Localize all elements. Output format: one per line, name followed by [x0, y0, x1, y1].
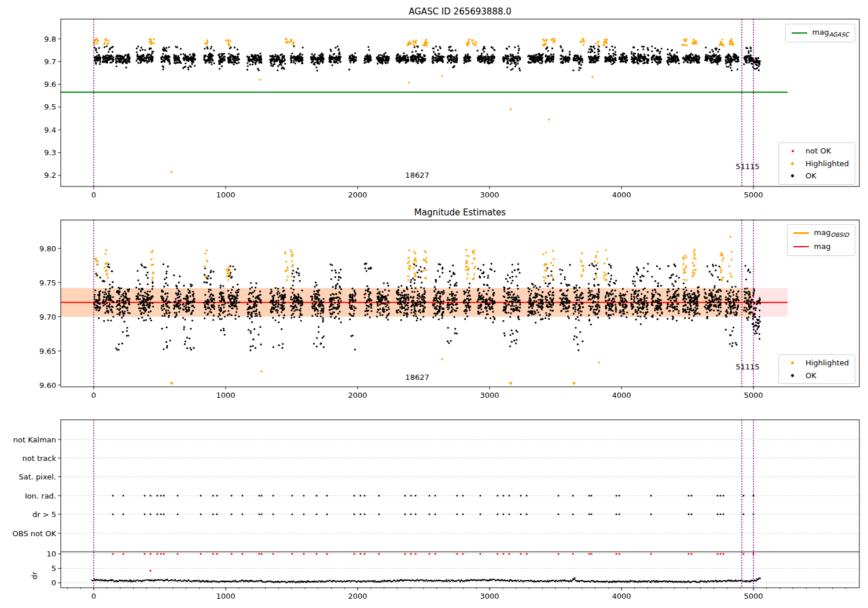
- marker-swatch: [785, 374, 800, 377]
- y-tick-label: 9.70: [39, 313, 56, 321]
- legend-point-status-middle: Highlighted OK: [778, 354, 855, 384]
- x-tick-label: 1000: [216, 391, 235, 400]
- obsid-label-18627-top: 18627: [405, 171, 429, 180]
- y-tick-label: 9.2: [44, 171, 56, 180]
- legend-label: OK: [806, 171, 816, 181]
- x-tick-label: 1000: [216, 592, 235, 600]
- x-tick-label: 5000: [744, 191, 763, 199]
- x-tick-label: 5000: [744, 592, 763, 600]
- plot-title-middle: Magnitude Estimates: [414, 207, 506, 218]
- category-label: Ion. rad.: [25, 492, 56, 500]
- x-tick-label: 2000: [348, 191, 367, 199]
- legend-label: mag: [814, 241, 831, 253]
- middle-plot-points: [61, 236, 788, 385]
- legend-item-mag: mag: [793, 241, 849, 253]
- x-tick-label: 1000: [216, 191, 235, 199]
- orange-dot-icon: [791, 162, 794, 165]
- bottom-plot-points: [61, 439, 859, 583]
- x-tick-label: 4000: [612, 191, 631, 199]
- dr-tick-label: 5: [52, 564, 56, 573]
- red-line-swatch: [793, 246, 809, 247]
- top-plot-points: [61, 38, 788, 173]
- legend-label: Highlighted: [806, 358, 849, 368]
- legend-label: Highlighted: [806, 159, 849, 169]
- category-label: not track: [22, 454, 56, 463]
- category-label: not Kalman: [13, 435, 56, 444]
- dr-tick-label: 10: [46, 550, 56, 558]
- x-tick-label: 0: [91, 191, 96, 199]
- plot-title-top: AGASC ID 265693888.0: [409, 6, 512, 17]
- obsid-label-51115-middle: 51115: [735, 362, 759, 371]
- category-label: OBS not OK: [13, 529, 57, 538]
- orange-line-swatch: [793, 232, 809, 234]
- y-tick-label: 9.60: [39, 381, 56, 390]
- x-tick-label: 5000: [744, 391, 763, 400]
- legend-item-not-ok: not OK: [785, 146, 849, 156]
- y-tick-label: 9.3: [44, 148, 56, 157]
- y-tick-label: 9.65: [39, 347, 56, 356]
- y-tick-label: 9.4: [44, 126, 56, 134]
- y-tick-label: 9.80: [39, 244, 56, 253]
- x-tick-label: 2000: [348, 592, 367, 600]
- legend-label: magAGASC: [812, 27, 849, 39]
- x-tick-label: 3000: [480, 191, 499, 199]
- figure-agasc-magnitude-monitor: 0100020003000400050000100020003000400050…: [0, 0, 868, 608]
- category-label: Sat. pixel.: [19, 473, 56, 481]
- x-tick-label: 3000: [480, 592, 499, 600]
- y-tick-label: 9.6: [44, 80, 56, 89]
- legend-point-status-top: not OK Highlighted OK: [778, 142, 855, 185]
- legend-item-mag-obsid: magOBSID: [793, 228, 849, 239]
- y-tick-label: 9.7: [44, 57, 56, 66]
- red-dot-icon: [792, 150, 794, 152]
- legend-item-highlighted: Highlighted: [785, 159, 849, 169]
- category-label: dr > 5: [32, 510, 56, 519]
- legend-item-mag-agasc: magAGASC: [792, 27, 849, 39]
- plots-canvas: 0100020003000400050000100020003000400050…: [0, 0, 868, 608]
- y-tick-label: 9.75: [39, 279, 56, 287]
- legend-mag-lines: magOBSID mag: [787, 224, 855, 256]
- y-tick-label: 9.5: [44, 102, 56, 111]
- legend-item-highlighted: Highlighted: [785, 358, 849, 368]
- y-tick-label: 9.8: [44, 35, 56, 43]
- legend-mag-agasc: magAGASC: [785, 24, 855, 42]
- legend-label: not OK: [806, 146, 831, 156]
- green-line-swatch: [792, 32, 807, 34]
- marker-swatch: [785, 361, 800, 364]
- obsid-label-51115-top: 51115: [735, 162, 759, 171]
- marker-swatch: [785, 162, 800, 165]
- obsid-label-18627-middle: 18627: [405, 373, 429, 382]
- x-tick-label: 2000: [348, 391, 367, 400]
- legend-label: magOBSID: [814, 228, 849, 239]
- x-tick-label: 0: [91, 391, 96, 400]
- black-dot-icon: [791, 174, 794, 177]
- x-tick-label: 4000: [612, 592, 631, 600]
- x-tick-label: 0: [91, 592, 96, 600]
- x-tick-label: 3000: [480, 391, 499, 400]
- orange-dot-icon: [791, 361, 794, 364]
- marker-swatch: [785, 150, 800, 152]
- marker-swatch: [785, 174, 800, 177]
- legend-item-ok: OK: [785, 171, 849, 181]
- black-dot-icon: [791, 374, 794, 377]
- dr-tick-label: 0: [52, 578, 56, 587]
- x-tick-label: 4000: [612, 391, 631, 400]
- legend-label: OK: [806, 371, 816, 381]
- legend-item-ok: OK: [785, 371, 849, 381]
- dr-axis-label: dr: [30, 572, 39, 580]
